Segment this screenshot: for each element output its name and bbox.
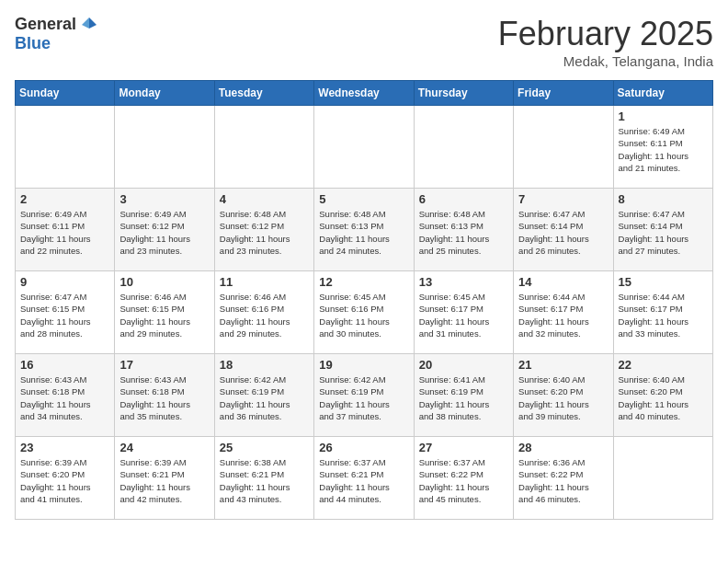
- day-number: 8: [619, 192, 708, 206]
- day-info: Sunrise: 6:38 AM Sunset: 6:21 PM Dayligh…: [220, 456, 309, 505]
- calendar-cell: 18Sunrise: 6:42 AM Sunset: 6:19 PM Dayli…: [214, 354, 313, 437]
- day-info: Sunrise: 6:46 AM Sunset: 6:15 PM Dayligh…: [119, 291, 209, 339]
- calendar-cell: [514, 106, 613, 189]
- day-number: 5: [319, 192, 408, 206]
- calendar-cell: 2Sunrise: 6:49 AM Sunset: 6:11 PM Daylig…: [16, 189, 115, 271]
- calendar-cell: 27Sunrise: 6:37 AM Sunset: 6:22 PM Dayli…: [414, 437, 513, 520]
- day-info: Sunrise: 6:47 AM Sunset: 6:15 PM Dayligh…: [20, 291, 109, 339]
- calendar-cell: 13Sunrise: 6:45 AM Sunset: 6:17 PM Dayli…: [414, 271, 513, 354]
- day-info: Sunrise: 6:48 AM Sunset: 6:12 PM Dayligh…: [220, 208, 309, 257]
- calendar-cell: [214, 106, 313, 189]
- calendar-cell: 25Sunrise: 6:38 AM Sunset: 6:21 PM Dayli…: [214, 437, 313, 520]
- day-info: Sunrise: 6:37 AM Sunset: 6:21 PM Dayligh…: [319, 456, 408, 505]
- calendar-week-row: 16Sunrise: 6:43 AM Sunset: 6:18 PM Dayli…: [16, 354, 713, 437]
- day-info: Sunrise: 6:48 AM Sunset: 6:13 PM Dayligh…: [319, 208, 408, 257]
- weekday-header: Saturday: [613, 81, 712, 106]
- day-info: Sunrise: 6:36 AM Sunset: 6:22 PM Dayligh…: [518, 456, 608, 505]
- day-number: 19: [319, 358, 408, 372]
- day-number: 24: [119, 441, 209, 454]
- day-info: Sunrise: 6:40 AM Sunset: 6:20 PM Dayligh…: [619, 373, 708, 422]
- day-info: Sunrise: 6:45 AM Sunset: 6:16 PM Dayligh…: [319, 291, 408, 339]
- calendar-cell: [414, 106, 513, 189]
- day-number: 12: [319, 275, 408, 289]
- day-number: 17: [119, 358, 209, 372]
- weekday-header: Wednesday: [314, 81, 414, 106]
- weekday-header: Tuesday: [214, 81, 313, 106]
- day-number: 4: [220, 192, 309, 206]
- title-block: February 2025 Medak, Telangana, India: [498, 15, 713, 69]
- day-number: 13: [419, 275, 508, 289]
- day-info: Sunrise: 6:43 AM Sunset: 6:18 PM Dayligh…: [119, 373, 209, 422]
- calendar-cell: 8Sunrise: 6:47 AM Sunset: 6:14 PM Daylig…: [613, 189, 712, 271]
- day-number: 14: [518, 275, 608, 289]
- calendar-cell: 23Sunrise: 6:39 AM Sunset: 6:20 PM Dayli…: [16, 437, 115, 520]
- calendar-cell: 21Sunrise: 6:40 AM Sunset: 6:20 PM Dayli…: [514, 354, 613, 437]
- calendar-cell: 22Sunrise: 6:40 AM Sunset: 6:20 PM Dayli…: [613, 354, 712, 437]
- calendar-week-row: 23Sunrise: 6:39 AM Sunset: 6:20 PM Dayli…: [16, 437, 713, 520]
- day-info: Sunrise: 6:40 AM Sunset: 6:20 PM Dayligh…: [518, 373, 608, 422]
- day-info: Sunrise: 6:49 AM Sunset: 6:11 PM Dayligh…: [619, 125, 708, 174]
- calendar-week-row: 1Sunrise: 6:49 AM Sunset: 6:11 PM Daylig…: [16, 106, 713, 189]
- calendar-cell: 24Sunrise: 6:39 AM Sunset: 6:21 PM Dayli…: [115, 437, 214, 520]
- day-number: 28: [518, 441, 608, 454]
- calendar-cell: [16, 106, 115, 189]
- calendar-cell: 14Sunrise: 6:44 AM Sunset: 6:17 PM Dayli…: [514, 271, 613, 354]
- day-info: Sunrise: 6:42 AM Sunset: 6:19 PM Dayligh…: [319, 373, 408, 422]
- day-number: 9: [20, 275, 109, 289]
- day-number: 16: [20, 358, 109, 372]
- day-info: Sunrise: 6:47 AM Sunset: 6:14 PM Dayligh…: [619, 208, 708, 257]
- logo-blue-text: Blue: [15, 34, 51, 53]
- calendar-cell: 3Sunrise: 6:49 AM Sunset: 6:12 PM Daylig…: [115, 189, 214, 271]
- day-number: 26: [319, 441, 408, 454]
- day-info: Sunrise: 6:45 AM Sunset: 6:17 PM Dayligh…: [419, 291, 508, 339]
- day-info: Sunrise: 6:47 AM Sunset: 6:14 PM Dayligh…: [518, 208, 608, 257]
- calendar-cell: 16Sunrise: 6:43 AM Sunset: 6:18 PM Dayli…: [16, 354, 115, 437]
- day-number: 27: [419, 441, 508, 454]
- weekday-header-row: SundayMondayTuesdayWednesdayThursdayFrid…: [16, 81, 713, 106]
- calendar-cell: 15Sunrise: 6:44 AM Sunset: 6:17 PM Dayli…: [613, 271, 712, 354]
- calendar-cell: 5Sunrise: 6:48 AM Sunset: 6:13 PM Daylig…: [314, 189, 414, 271]
- day-number: 23: [20, 441, 109, 454]
- day-info: Sunrise: 6:37 AM Sunset: 6:22 PM Dayligh…: [419, 456, 508, 505]
- month-title: February 2025: [498, 15, 713, 53]
- calendar-cell: 12Sunrise: 6:45 AM Sunset: 6:16 PM Dayli…: [314, 271, 414, 354]
- calendar-cell: 19Sunrise: 6:42 AM Sunset: 6:19 PM Dayli…: [314, 354, 414, 437]
- calendar-cell: 26Sunrise: 6:37 AM Sunset: 6:21 PM Dayli…: [314, 437, 414, 520]
- calendar-cell: 9Sunrise: 6:47 AM Sunset: 6:15 PM Daylig…: [16, 271, 115, 354]
- weekday-header: Thursday: [414, 81, 513, 106]
- logo-general-text: General: [15, 15, 76, 34]
- calendar-cell: 28Sunrise: 6:36 AM Sunset: 6:22 PM Dayli…: [514, 437, 613, 520]
- day-number: 22: [619, 358, 708, 372]
- day-info: Sunrise: 6:39 AM Sunset: 6:21 PM Dayligh…: [119, 456, 209, 505]
- calendar-cell: 17Sunrise: 6:43 AM Sunset: 6:18 PM Dayli…: [115, 354, 214, 437]
- day-info: Sunrise: 6:44 AM Sunset: 6:17 PM Dayligh…: [518, 291, 608, 339]
- calendar-cell: 4Sunrise: 6:48 AM Sunset: 6:12 PM Daylig…: [214, 189, 313, 271]
- calendar-cell: 1Sunrise: 6:49 AM Sunset: 6:11 PM Daylig…: [613, 106, 712, 189]
- day-number: 18: [220, 358, 309, 372]
- day-number: 11: [220, 275, 309, 289]
- weekday-header: Friday: [514, 81, 613, 106]
- location-text: Medak, Telangana, India: [498, 53, 713, 69]
- day-info: Sunrise: 6:41 AM Sunset: 6:19 PM Dayligh…: [419, 373, 508, 422]
- day-number: 2: [20, 192, 109, 206]
- day-info: Sunrise: 6:49 AM Sunset: 6:12 PM Dayligh…: [119, 208, 209, 257]
- day-number: 3: [119, 192, 209, 206]
- calendar-cell: 7Sunrise: 6:47 AM Sunset: 6:14 PM Daylig…: [514, 189, 613, 271]
- logo: General Blue: [15, 15, 98, 53]
- day-info: Sunrise: 6:39 AM Sunset: 6:20 PM Dayligh…: [20, 456, 109, 505]
- calendar-week-row: 9Sunrise: 6:47 AM Sunset: 6:15 PM Daylig…: [16, 271, 713, 354]
- day-number: 21: [518, 358, 608, 372]
- day-number: 10: [119, 275, 209, 289]
- calendar-week-row: 2Sunrise: 6:49 AM Sunset: 6:11 PM Daylig…: [16, 189, 713, 271]
- day-number: 7: [518, 192, 608, 206]
- weekday-header: Monday: [115, 81, 214, 106]
- day-info: Sunrise: 6:49 AM Sunset: 6:11 PM Dayligh…: [20, 208, 109, 257]
- logo-icon: [80, 16, 98, 34]
- calendar-cell: 20Sunrise: 6:41 AM Sunset: 6:19 PM Dayli…: [414, 354, 513, 437]
- day-info: Sunrise: 6:42 AM Sunset: 6:19 PM Dayligh…: [220, 373, 309, 422]
- day-number: 1: [619, 109, 708, 123]
- calendar-cell: [115, 106, 214, 189]
- weekday-header: Sunday: [16, 81, 115, 106]
- calendar-cell: 10Sunrise: 6:46 AM Sunset: 6:15 PM Dayli…: [115, 271, 214, 354]
- calendar-cell: [613, 437, 712, 520]
